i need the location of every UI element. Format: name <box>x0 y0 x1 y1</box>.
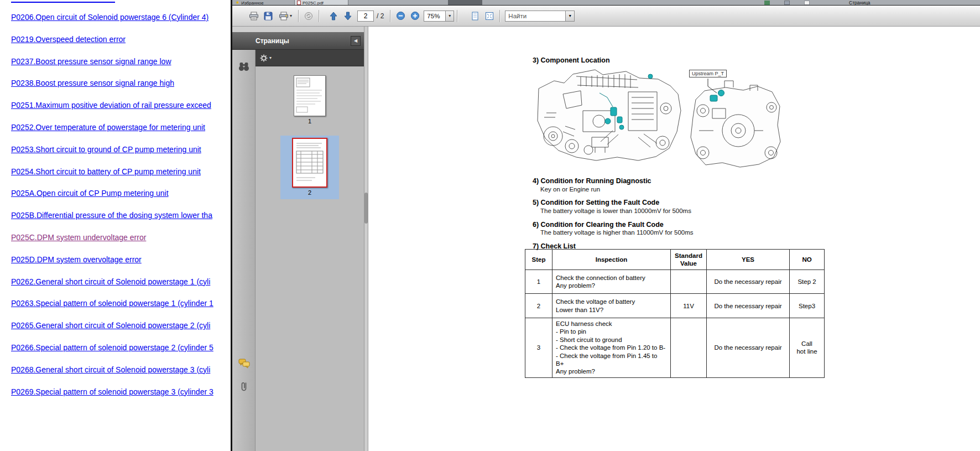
fault-code-link-p0268[interactable]: P0268.General short circuit of Solenoid … <box>11 359 231 381</box>
zoom-level-select[interactable]: 75% ▾ <box>424 11 454 22</box>
attachments-panel-button[interactable] <box>236 379 252 394</box>
pane-splitter[interactable] <box>364 27 368 451</box>
standard-value-cell <box>671 318 707 378</box>
favorites-label: Избранное <box>241 1 264 6</box>
no-cell: Call hot line <box>790 318 825 378</box>
toolbar-separator <box>390 10 390 22</box>
pages-panel-header: Страницы ◀ <box>232 32 364 50</box>
thumbnail-page-number: 2 <box>280 189 339 196</box>
zoom-in-button[interactable] <box>408 9 422 23</box>
splitter-handle[interactable] <box>364 193 368 224</box>
panel-options-button[interactable]: ▾ <box>260 54 272 62</box>
standard-value-cell: 11V <box>671 294 707 318</box>
toolbar-separator <box>319 10 319 22</box>
page-thumbnails-list: 1 <box>256 66 364 451</box>
previous-page-button[interactable] <box>326 9 341 23</box>
page-thumbnail-1[interactable]: 1 <box>280 73 339 128</box>
printer-color-icon <box>279 12 289 20</box>
fault-code-link-p025a[interactable]: P025A.Open circuit of CP Pump metering u… <box>11 183 231 205</box>
fit-window-button[interactable] <box>482 9 497 23</box>
fault-code-link-list: P0206.Open circuit of Solenoid powerstag… <box>11 0 231 403</box>
col-inspection-header: Inspection <box>552 250 671 270</box>
section-5-body: The battery voltage is lower than 10000m… <box>540 208 691 214</box>
favorites-button[interactable]: ★ Избранное <box>236 0 264 6</box>
inspection-cell: ECU harness check - Pin to pin - Short c… <box>552 318 671 378</box>
col-no-header: NO <box>790 250 825 270</box>
nav-icon-column <box>232 50 256 451</box>
fault-code-link-p0252[interactable]: P0252.Over temperature of powerstage for… <box>11 117 231 139</box>
fault-code-link-p0266[interactable]: P0266.Special pattern of solenoid powers… <box>11 337 231 359</box>
tab-strip-end <box>448 0 482 6</box>
fault-code-link-p025d[interactable]: P025D.DPM system overvoltage error <box>11 249 231 271</box>
zoom-out-icon <box>396 11 405 20</box>
arrow-up-icon <box>330 12 337 20</box>
fault-code-link-p0251[interactable]: P0251.Maximum positive deviation of rail… <box>11 95 231 117</box>
check-row-2: 2 Check the voltage of battery Lower tha… <box>525 294 825 318</box>
print-alt-button[interactable]: ▾ <box>275 9 295 23</box>
fault-code-link-p025c[interactable]: P025C.DPM system undervoltage error <box>11 227 231 249</box>
section-4-body: Key on or Engine run <box>540 186 600 193</box>
arrow-down-icon <box>344 12 352 20</box>
pane-spacer <box>232 27 364 32</box>
scrolling-page-icon <box>471 12 479 20</box>
fault-code-index-panel: P0206.Open circuit of Solenoid powerstag… <box>0 0 232 451</box>
section-6-body: The battery voltage is higher than 11000… <box>540 229 694 236</box>
zoom-in-icon <box>410 11 420 20</box>
find-options-button[interactable]: ▾ <box>566 11 575 22</box>
fault-code-link-p0237[interactable]: P0237.Boost pressure sensor signal range… <box>11 51 231 73</box>
binoculars-icon <box>238 61 250 71</box>
thumbnail-page-image <box>294 75 326 116</box>
no-cell: Step3 <box>790 294 825 318</box>
next-page-button[interactable] <box>341 9 355 23</box>
print-command-icon[interactable] <box>784 1 790 5</box>
page-thumbnail-2[interactable]: 2 <box>280 136 339 199</box>
fault-code-link-p0254[interactable]: P0254.Short circuit to battery of CP pum… <box>11 161 231 183</box>
no-cell: Step 2 <box>790 270 825 294</box>
tab-title: P025C.pdf <box>303 1 324 6</box>
engine-diagram <box>530 60 795 170</box>
fault-code-link-p0262[interactable]: P0262.General short circuit of Solenoid … <box>11 271 231 293</box>
page-command-icon[interactable] <box>804 1 810 5</box>
fault-code-link-p0269[interactable]: P0269.Special pattern of solenoid powers… <box>11 381 231 403</box>
scrolling-mode-button[interactable] <box>468 9 482 23</box>
floppy-disk-icon <box>264 12 273 20</box>
tab-p025c-pdf[interactable]: P025C.pdf <box>294 0 348 6</box>
print-button[interactable] <box>247 9 261 23</box>
save-button[interactable] <box>261 9 275 23</box>
standard-value-cell <box>671 270 707 294</box>
fault-code-link-p0238[interactable]: P0238.Boost pressure sensor signal range… <box>11 72 231 95</box>
fit-page-icon <box>485 12 494 20</box>
printer-icon <box>249 12 259 20</box>
find-box: ▾ <box>505 11 575 22</box>
comments-panel-button[interactable] <box>236 355 252 371</box>
zoom-out-button[interactable] <box>393 9 408 23</box>
favorites-star-icon: ★ <box>236 1 239 5</box>
fault-code-link-p025b[interactable]: P025B.Differential pressure of the dosin… <box>11 205 231 227</box>
viewer-area: Страницы ◀ <box>232 27 980 451</box>
zoom-dropdown-button[interactable]: ▾ <box>446 11 454 22</box>
thumbnails-toolbar: ▾ <box>256 50 364 66</box>
chevron-down-icon: ▾ <box>449 14 451 18</box>
collaborate-button[interactable] <box>301 9 316 23</box>
section-5-heading: 5) Condition for Setting the Fault Code <box>533 199 659 206</box>
find-input[interactable] <box>505 11 566 22</box>
chevron-down-icon: ▾ <box>290 14 292 18</box>
col-standard-value-header: Standard Value <box>671 250 707 270</box>
collapse-pane-button[interactable]: ◀ <box>351 36 361 46</box>
fault-code-link-p0206[interactable]: P0206.Open circuit of Solenoid powerstag… <box>11 7 231 29</box>
page-menu[interactable]: Страница <box>849 0 870 6</box>
section-4-heading: 4) Condition for Running Diagnostic <box>533 177 651 185</box>
page-number-input[interactable] <box>357 11 374 22</box>
sync-circle-icon <box>304 12 314 20</box>
search-panel-button[interactable] <box>236 59 252 74</box>
fault-code-link-p0253[interactable]: P0253.Short circuit to ground of CP pump… <box>11 139 231 161</box>
home-icon[interactable] <box>764 1 770 5</box>
fault-code-link-p0219[interactable]: P0219.Overspeed detection error <box>11 29 231 51</box>
check-row-3: 3 ECU harness check - Pin to pin - Short… <box>525 318 825 378</box>
navigation-pane: Страницы ◀ <box>232 27 364 451</box>
fault-code-link-p0265[interactable]: P0265.General short circuit of Solenoid … <box>11 315 231 337</box>
toolbar-separator <box>457 10 457 22</box>
toolbar-separator <box>298 10 299 22</box>
inspection-cell: Check the voltage of battery Lower than … <box>552 294 671 318</box>
fault-code-link-p0263[interactable]: P0263.Special pattern of solenoid powers… <box>11 293 231 315</box>
